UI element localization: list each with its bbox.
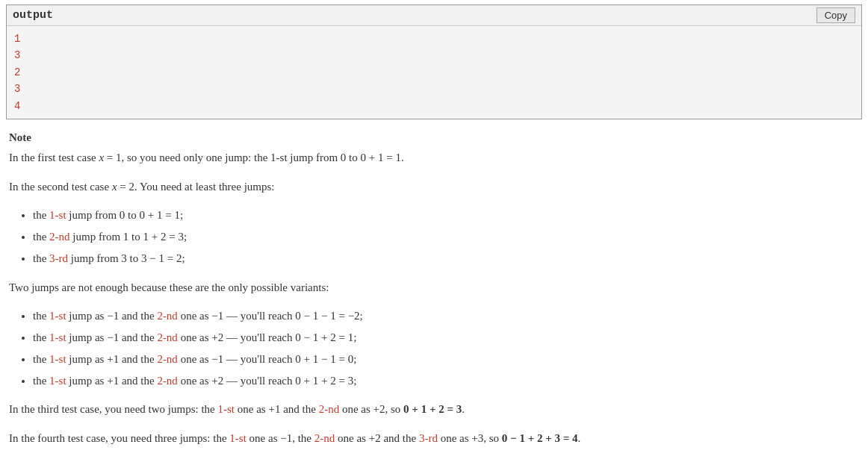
copy-button[interactable]: Copy (816, 7, 855, 23)
paragraph-2: In the second test case x = 2. You need … (9, 178, 850, 196)
output-line-2: 3 (14, 47, 854, 63)
paragraph-3: Two jumps are not enough because these a… (9, 278, 850, 297)
note-heading: Note (9, 131, 850, 144)
output-line-3: 2 (14, 64, 854, 81)
variant-2: the 1-st jump as −1 and the 2-nd one as … (33, 328, 850, 347)
jumps-list-1: the 1-st jump from 0 to 0 + 1 = 1; the 2… (9, 206, 850, 267)
output-line-5: 4 (14, 98, 854, 114)
jump-item-1: the 1-st jump from 0 to 0 + 1 = 1; (33, 206, 850, 225)
output-content: 1 3 2 3 4 (7, 26, 861, 119)
paragraph-5: In the fourth test case, you need three … (9, 429, 850, 448)
output-header: output Copy (7, 5, 861, 26)
content-area: Note In the first test case x = 1, so yo… (0, 119, 859, 470)
variant-3: the 1-st jump as +1 and the 2-nd one as … (33, 350, 850, 369)
output-box: output Copy 1 3 2 3 4 (6, 4, 862, 119)
output-line-1: 1 (14, 31, 854, 47)
output-line-4: 3 (14, 81, 854, 97)
jumps-list-2: the 1-st jump as −1 and the 2-nd one as … (9, 307, 850, 390)
output-title: output (13, 9, 53, 22)
variant-4: the 1-st jump as +1 and the 2-nd one as … (33, 372, 850, 390)
jump-item-3: the 3-rd jump from 3 to 3 − 1 = 2; (33, 249, 850, 268)
paragraph-1: In the first test case x = 1, so you nee… (9, 149, 850, 167)
variant-1: the 1-st jump as −1 and the 2-nd one as … (33, 307, 850, 325)
jump-item-2: the 2-nd jump from 1 to 1 + 2 = 3; (33, 228, 850, 246)
paragraph-4: In the third test case, you need two jum… (9, 400, 850, 419)
